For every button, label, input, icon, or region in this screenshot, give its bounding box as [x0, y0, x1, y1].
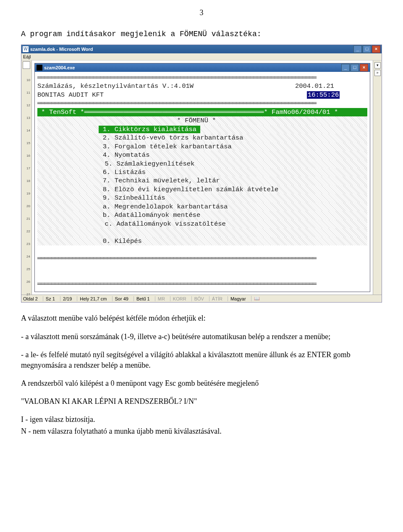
menu-item[interactable]: c. Adatállományok visszatöltése — [37, 220, 367, 228]
status-position: Hely 21,7 cm — [77, 296, 107, 301]
document-area: szam2004.exe _ □ × ═════════════════════… — [32, 61, 373, 295]
divider: ════════════════════════════════════════… — [37, 100, 316, 107]
paragraph: A választott menübe való belépést kétfél… — [21, 313, 382, 324]
word-left-strip: 10 11 12 13 14 15 16 17 18 19 20 21 22 2… — [21, 61, 32, 295]
company-name: BONITAS AUDIT KFT — [37, 91, 104, 99]
status-row: Sor 49 — [112, 296, 128, 301]
divider: ════════════════════════════════════════… — [37, 280, 316, 288]
menu-item[interactable]: a. Megrendelölapok karbantartása — [37, 203, 367, 211]
menu-file[interactable]: Eájl — [23, 54, 31, 59]
menu-title-row: * FÖMENÜ * — [37, 116, 367, 125]
menu-item[interactable]: 9. Színbeállítás — [37, 194, 367, 202]
close-button[interactable]: × — [372, 45, 380, 53]
paragraph: N - nem válaszra folytatható a munka úja… — [21, 426, 382, 437]
console-icon — [37, 65, 42, 71]
word-title: szamla.dok - Microsoft Word — [30, 47, 353, 52]
status-page: Oldal 2 — [23, 296, 38, 301]
console-minimize-button[interactable]: _ — [341, 64, 350, 71]
word-titlebar: W szamla.dok - Microsoft Word _ □ × — [21, 45, 382, 53]
body-text: A választott menübe való belépést kétfél… — [21, 313, 382, 437]
status-lang: Magyar — [228, 296, 246, 301]
paragraph: I - igen válasz biztosítja. — [21, 414, 382, 425]
word-statusbar: Oldal 2 Sz 1 2/19 Hely 21,7 cm Sor 49 Be… — [21, 295, 382, 302]
status-bov: BŐV — [191, 296, 204, 301]
status-korr: KORR — [170, 296, 186, 301]
console-window: szam2004.exe _ □ × ═════════════════════… — [34, 63, 370, 292]
status-section: Sz 1 — [43, 296, 55, 301]
console-maximize-button[interactable]: □ — [351, 64, 359, 71]
word-window: W szamla.dok - Microsoft Word _ □ × Eájl… — [21, 45, 382, 303]
word-right-toolbar: ▾ » — [373, 61, 382, 295]
menu-exit[interactable]: 0. Kilépés — [37, 237, 367, 245]
menu-item-selected[interactable]: 1. Cikktörzs kialakítása — [37, 125, 367, 134]
menu-item[interactable]: b. Adatállományok mentése — [37, 211, 367, 219]
paragraph: - a választott menü sorszámának (1-9, il… — [21, 332, 382, 342]
toolbar-btn[interactable] — [23, 61, 30, 69]
menu-item[interactable]: 8. Elözö évi kiegyenlítetlen számlák átv… — [37, 185, 367, 194]
paragraph: A rendszerből való kilépést a 0 menüpont… — [21, 378, 382, 389]
toolbar-icon[interactable]: ▾ — [374, 62, 381, 68]
paragraph: - a le- és felfelé mutató nyíl segítségé… — [21, 350, 382, 371]
intro-text: A program indításakor megjelenik a FÖMEN… — [21, 30, 382, 38]
word-icon: W — [23, 46, 29, 52]
status-col: Betű 1 — [133, 296, 150, 301]
ruler-numbers: 10 11 12 13 14 15 16 17 18 19 20 21 22 2… — [26, 78, 30, 305]
tensoft-bar: * TenSoft *═════════════════════════════… — [37, 108, 367, 116]
header-date: 2004.01.21 — [295, 82, 334, 90]
header-time: 16:55:26 — [307, 91, 340, 99]
status-mr: MR — [155, 296, 165, 301]
menu-item[interactable]: 5. Számlakiegyenlítések — [37, 160, 367, 168]
status-atir: ÁTÍR — [209, 296, 222, 301]
divider: ════════════════════════════════════════… — [37, 255, 316, 262]
divider: ════════════════════════════════════════… — [37, 74, 316, 82]
menu-item[interactable]: 4. Nyomtatás — [37, 151, 367, 159]
console-title: szam2004.exe — [44, 65, 341, 70]
menu-item[interactable]: 7. Technikai müveletek, leltár — [37, 176, 367, 185]
status-pages: 2/19 — [60, 296, 72, 301]
menu-item[interactable]: 6. Listázás — [37, 168, 367, 176]
blank-row — [37, 228, 367, 237]
status-book-icon: 📖 — [251, 296, 260, 301]
console-titlebar: szam2004.exe _ □ × — [35, 63, 370, 72]
quote-line: "VALOBAN KI AKAR LÉPNI A RENDSZERBŐL? I/… — [21, 396, 382, 407]
menu-item[interactable]: 3. Forgalom tételek karbantartása — [37, 142, 367, 151]
word-menubar: Eájl — [21, 53, 382, 61]
toolbar-icon[interactable]: » — [374, 70, 381, 76]
header-left: Számlázás, készletnyilvántartás V.:4.01W — [37, 82, 194, 90]
menu-item[interactable]: 2. Szállító-vevö törzs karbantartása — [37, 134, 367, 142]
console-content: ════════════════════════════════════════… — [35, 72, 370, 292]
page-number: 3 — [21, 8, 382, 17]
minimize-button[interactable]: _ — [353, 45, 362, 53]
console-close-button[interactable]: × — [360, 64, 368, 71]
maximize-button[interactable]: □ — [363, 45, 371, 53]
